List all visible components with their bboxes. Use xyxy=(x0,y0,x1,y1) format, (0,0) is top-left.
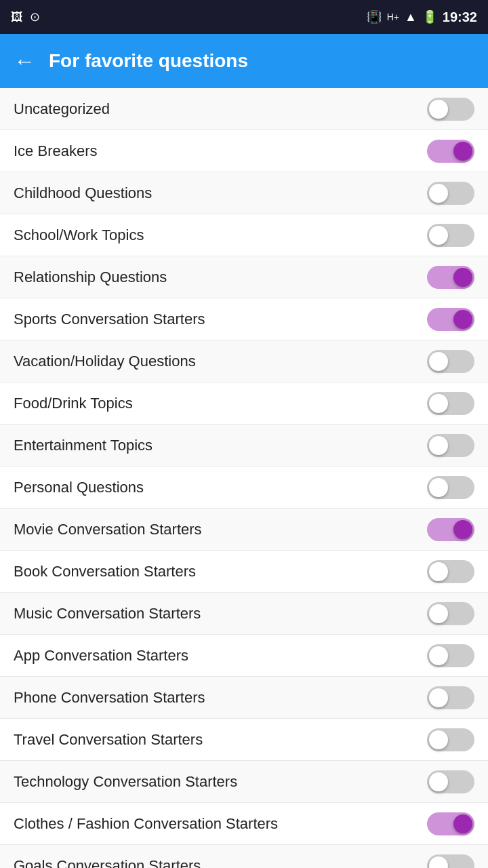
toggle-thumb-travel-conversation-starters xyxy=(429,730,448,749)
toggle-thumb-vacation-holiday-questions xyxy=(429,352,448,371)
toggle-thumb-music-conversation-starters xyxy=(429,604,448,623)
toggle-thumb-ice-breakers xyxy=(453,142,472,161)
toggle-movie-conversation-starters[interactable] xyxy=(427,518,474,541)
status-bar: 🖼 ⊙ 📳 H+ ▲ 🔋 19:32 xyxy=(0,0,488,34)
toggle-relationship-questions[interactable] xyxy=(427,266,474,289)
list-item-movie-conversation-starters: Movie Conversation Starters xyxy=(0,509,488,551)
toggle-uncategorized[interactable] xyxy=(427,98,474,121)
toggle-goals-conversation-starters[interactable] xyxy=(427,854,474,869)
toggle-clothes-fashion-conversation-starters[interactable] xyxy=(427,812,474,835)
toggle-thumb-sports-conversation-starters xyxy=(453,310,472,329)
list-item-school-work-topics: School/Work Topics xyxy=(0,214,488,256)
toggle-thumb-movie-conversation-starters xyxy=(453,520,472,539)
toggle-vacation-holiday-questions[interactable] xyxy=(427,350,474,373)
toggle-sports-conversation-starters[interactable] xyxy=(427,308,474,331)
list-item-sports-conversation-starters: Sports Conversation Starters xyxy=(0,298,488,340)
toggle-travel-conversation-starters[interactable] xyxy=(427,728,474,751)
list-item-book-conversation-starters: Book Conversation Starters xyxy=(0,551,488,593)
toggle-thumb-personal-questions xyxy=(429,478,448,497)
item-label-childhood-questions: Childhood Questions xyxy=(14,184,427,202)
list-item-uncategorized: Uncategorized xyxy=(0,88,488,130)
toggle-book-conversation-starters[interactable] xyxy=(427,560,474,583)
app-bar-title: For favorite questions xyxy=(49,50,248,72)
status-bar-left-icons: 🖼 ⊙ xyxy=(11,9,40,24)
list-item-childhood-questions: Childhood Questions xyxy=(0,172,488,214)
item-label-school-work-topics: School/Work Topics xyxy=(14,226,427,244)
toggle-music-conversation-starters[interactable] xyxy=(427,602,474,625)
signal-icon: ▲ xyxy=(405,10,417,24)
item-label-vacation-holiday-questions: Vacation/Holiday Questions xyxy=(14,353,427,370)
item-label-movie-conversation-starters: Movie Conversation Starters xyxy=(14,521,427,538)
item-label-ice-breakers: Ice Breakers xyxy=(14,142,427,160)
back-button[interactable]: ← xyxy=(14,49,35,74)
item-label-travel-conversation-starters: Travel Conversation Starters xyxy=(14,731,427,749)
list-item-personal-questions: Personal Questions xyxy=(0,467,488,509)
toggle-childhood-questions[interactable] xyxy=(427,182,474,205)
list-item-relationship-questions: Relationship Questions xyxy=(0,256,488,298)
toggle-technology-conversation-starters[interactable] xyxy=(427,770,474,793)
list-item-ice-breakers: Ice Breakers xyxy=(0,130,488,172)
item-label-relationship-questions: Relationship Questions xyxy=(14,269,427,286)
toggle-thumb-childhood-questions xyxy=(429,184,448,203)
toggle-personal-questions[interactable] xyxy=(427,476,474,499)
list-item-goals-conversation-starters: Goals Conversation Starters xyxy=(0,845,488,868)
vibrate-icon: 📳 xyxy=(367,9,382,24)
app-bar: ← For favorite questions xyxy=(0,34,488,88)
item-label-app-conversation-starters: App Conversation Starters xyxy=(14,647,427,665)
list-item-vacation-holiday-questions: Vacation/Holiday Questions xyxy=(0,340,488,382)
item-label-food-drink-topics: Food/Drink Topics xyxy=(14,395,427,412)
hplus-icon: H+ xyxy=(387,12,399,22)
toggle-thumb-clothes-fashion-conversation-starters xyxy=(453,814,472,833)
toggle-thumb-food-drink-topics xyxy=(429,394,448,413)
list-item-clothes-fashion-conversation-starters: Clothes / Fashion Conversation Starters xyxy=(0,803,488,845)
item-label-personal-questions: Personal Questions xyxy=(14,479,427,496)
toggle-thumb-entertainment-topics xyxy=(429,436,448,455)
toggle-thumb-relationship-questions xyxy=(453,268,472,287)
item-label-music-conversation-starters: Music Conversation Starters xyxy=(14,605,427,623)
toggle-thumb-book-conversation-starters xyxy=(429,562,448,581)
toggle-thumb-school-work-topics xyxy=(429,226,448,245)
toggle-thumb-uncategorized xyxy=(429,100,448,119)
list-item-app-conversation-starters: App Conversation Starters xyxy=(0,635,488,677)
list-item-technology-conversation-starters: Technology Conversation Starters xyxy=(0,761,488,803)
item-label-technology-conversation-starters: Technology Conversation Starters xyxy=(14,773,427,791)
toggle-school-work-topics[interactable] xyxy=(427,224,474,247)
item-label-sports-conversation-starters: Sports Conversation Starters xyxy=(14,311,427,328)
toggle-food-drink-topics[interactable] xyxy=(427,392,474,415)
photo-icon: 🖼 xyxy=(11,10,23,24)
list-item-food-drink-topics: Food/Drink Topics xyxy=(0,382,488,425)
status-time: 19:32 xyxy=(443,9,477,25)
toggle-thumb-app-conversation-starters xyxy=(429,646,448,665)
item-label-entertainment-topics: Entertainment Topics xyxy=(14,437,427,454)
toggle-ice-breakers[interactable] xyxy=(427,140,474,163)
circle-icon: ⊙ xyxy=(30,9,40,24)
list-item-phone-conversation-starters: Phone Conversation Starters xyxy=(0,677,488,719)
battery-icon: 🔋 xyxy=(422,9,437,24)
list-item-music-conversation-starters: Music Conversation Starters xyxy=(0,593,488,635)
toggle-phone-conversation-starters[interactable] xyxy=(427,686,474,709)
item-label-goals-conversation-starters: Goals Conversation Starters xyxy=(14,857,427,869)
list-item-travel-conversation-starters: Travel Conversation Starters xyxy=(0,719,488,761)
list-item-entertainment-topics: Entertainment Topics xyxy=(0,425,488,467)
item-label-book-conversation-starters: Book Conversation Starters xyxy=(14,563,427,580)
toggle-thumb-technology-conversation-starters xyxy=(429,772,448,791)
category-list: UncategorizedIce BreakersChildhood Quest… xyxy=(0,88,488,868)
item-label-clothes-fashion-conversation-starters: Clothes / Fashion Conversation Starters xyxy=(14,815,427,833)
toggle-app-conversation-starters[interactable] xyxy=(427,644,474,667)
item-label-phone-conversation-starters: Phone Conversation Starters xyxy=(14,689,427,707)
toggle-entertainment-topics[interactable] xyxy=(427,434,474,457)
toggle-thumb-phone-conversation-starters xyxy=(429,688,448,707)
item-label-uncategorized: Uncategorized xyxy=(14,100,427,118)
